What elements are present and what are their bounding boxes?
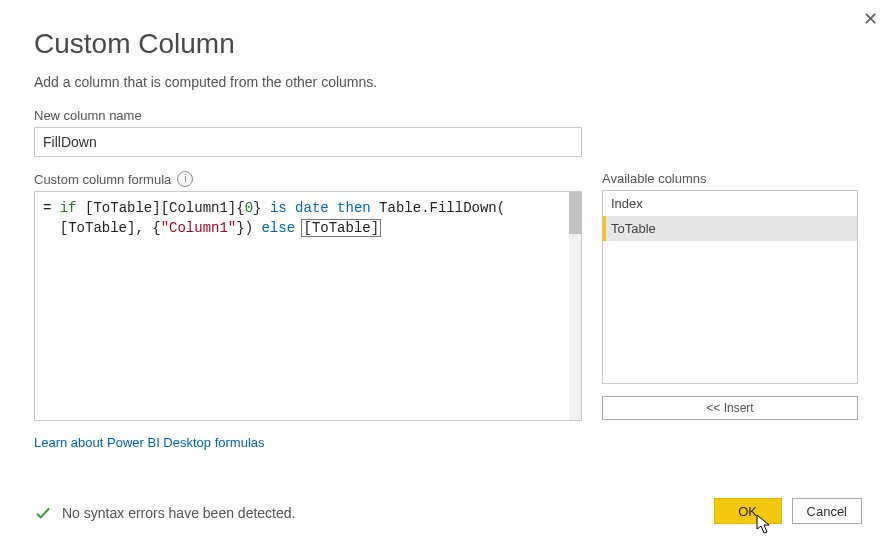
cancel-button[interactable]: Cancel (792, 498, 862, 524)
column-name-label: New column name (34, 108, 862, 123)
formula-label-row: Custom column formula i (34, 171, 582, 187)
dialog-title: Custom Column (34, 28, 862, 60)
kw-date: date (295, 200, 329, 216)
tok (329, 200, 337, 216)
scroll-thumb[interactable] (569, 192, 581, 234)
tok: [ToTable][Column1]{ (77, 200, 245, 216)
tok: Table.FillDown( (371, 200, 505, 216)
formula-label: Custom column formula (34, 172, 171, 187)
ok-button[interactable]: OK (714, 498, 782, 524)
available-columns-list[interactable]: Index ToTable (602, 190, 858, 384)
formula-scrollbar[interactable] (569, 192, 581, 420)
status-message: No syntax errors have been detected. (62, 505, 295, 521)
kw-is: is (270, 200, 287, 216)
learn-formulas-link[interactable]: Learn about Power BI Desktop formulas (34, 435, 582, 450)
tok: } (253, 200, 270, 216)
num-zero: 0 (245, 200, 253, 216)
close-icon[interactable]: ✕ (863, 8, 878, 30)
dialog-subtitle: Add a column that is computed from the o… (34, 74, 862, 90)
formula-column: Custom column formula i = if [ToTable][C… (34, 171, 582, 450)
tok: [ToTable], { (43, 220, 161, 236)
column-name-input[interactable] (34, 127, 582, 157)
editor-row: Custom column formula i = if [ToTable][C… (34, 171, 862, 450)
status-row: No syntax errors have been detected. (34, 504, 295, 522)
dialog-buttons: OK Cancel (714, 498, 862, 524)
tok: }) (236, 220, 261, 236)
str-column1: "Column1" (161, 220, 237, 236)
available-item-totable[interactable]: ToTable (603, 216, 857, 241)
insert-button[interactable]: << Insert (602, 396, 858, 420)
current-ref-totable: [ToTable] (302, 220, 380, 236)
tok (287, 200, 295, 216)
available-item-index[interactable]: Index (603, 191, 857, 216)
kw-if: if (60, 200, 77, 216)
formula-text[interactable]: = if [ToTable][Column1]{0} is date then … (35, 192, 568, 420)
kw-then: then (337, 200, 371, 216)
custom-column-dialog: ✕ Custom Column Add a column that is com… (0, 0, 896, 554)
available-columns-label: Available columns (602, 171, 858, 186)
available-column: Available columns Index ToTable << Inser… (602, 171, 858, 450)
info-icon[interactable]: i (177, 171, 193, 187)
check-icon (34, 504, 52, 522)
formula-editor[interactable]: = if [ToTable][Column1]{0} is date then … (34, 191, 582, 421)
kw-else: else (261, 220, 295, 236)
formula-prefix: = (43, 200, 60, 216)
